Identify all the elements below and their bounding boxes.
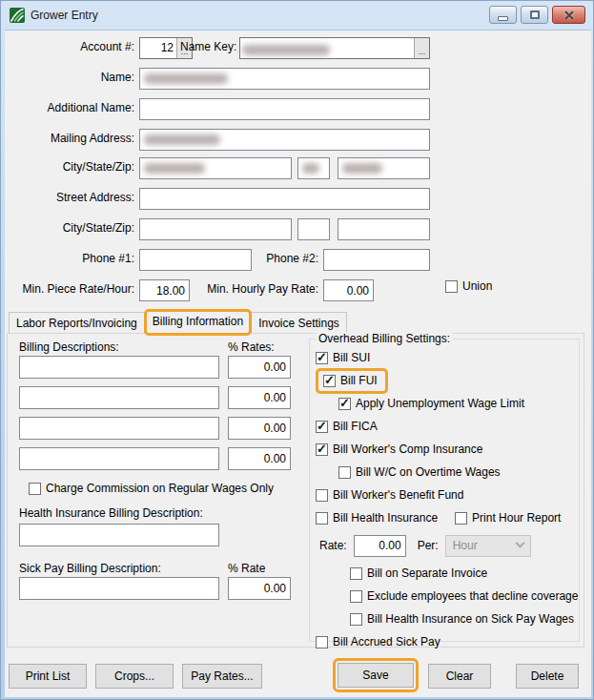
checkbox-bill-fica[interactable] <box>316 421 328 433</box>
checkbox-bill-health-insurance-on-sick-pay-wages[interactable] <box>350 613 362 626</box>
save-button[interactable]: Save <box>338 663 414 688</box>
account-number-value: 12 <box>140 38 176 58</box>
maximize-button[interactable] <box>521 6 548 24</box>
overhead-item-apply-unemployment-wage-limit: Apply Unemployment Wage Limit <box>338 397 578 410</box>
union-label[interactable]: Union <box>462 279 492 293</box>
bill-sui-label[interactable]: Bill SUI <box>333 351 370 364</box>
redacted-text <box>342 163 382 174</box>
min-piece-rate-field[interactable] <box>139 279 190 301</box>
checkbox-bill-on-separate-invoice[interactable] <box>350 567 362 580</box>
redacted-text <box>144 73 228 84</box>
health-insurance-rate-field[interactable] <box>354 535 406 557</box>
min-hourly-rate-field[interactable] <box>323 279 374 301</box>
phone1-label: Phone #1: <box>5 252 134 265</box>
tab-billing-information[interactable]: Billing Information <box>144 309 252 336</box>
bill-on-separate-invoice-label[interactable]: Bill on Separate Invoice <box>367 566 487 580</box>
bill-w-c-on-overtime-wages-label[interactable]: Bill W/C on Overtime Wages <box>356 465 501 479</box>
bill-health-insurance-on-sick-pay-wages-label[interactable]: Bill Health Insurance on Sick Pay Wages <box>367 612 574 626</box>
checkbox-bill-w-c-on-overtime-wages[interactable] <box>338 466 351 479</box>
street-address-label: Street Address: <box>5 191 134 204</box>
overhead-billing-settings-title: Overhead Billing Settings: <box>316 332 453 345</box>
maximize-icon <box>530 10 540 19</box>
per-dropdown[interactable]: Hour <box>445 535 531 557</box>
checkbox-bill-accrued-sick-pay[interactable] <box>316 636 328 649</box>
checkbox-bill-health-insurance[interactable] <box>316 512 328 525</box>
name-key-browse-button[interactable]: ... <box>414 38 429 58</box>
overhead-item-bill-accrued-sick-pay: Bill Accrued Sick Pay <box>316 635 578 649</box>
charge-commission-checkbox[interactable] <box>29 483 41 495</box>
checkbox-bill-sui[interactable] <box>316 352 328 364</box>
mailing-state-field[interactable] <box>297 157 330 179</box>
billing-information-panel: Billing Descriptions: % Rates: Charge Co… <box>7 333 584 648</box>
name-key-field[interactable]: ... <box>239 37 430 59</box>
clear-button[interactable]: Clear <box>428 664 491 689</box>
checkbox-bill-fui[interactable] <box>323 375 336 387</box>
minimize-button[interactable] <box>489 6 517 24</box>
additional-name-field[interactable] <box>139 98 430 120</box>
tab-labor-reports-invoicing[interactable]: Labor Reports/Invoicing <box>9 312 145 334</box>
billing-rate-input[interactable] <box>228 356 291 379</box>
pay-rates-button[interactable]: Pay Rates... <box>182 664 262 689</box>
checkbox-bill-worker-s-comp-insurance[interactable] <box>316 443 328 456</box>
overhead-item-bill-sui: Bill SUI <box>316 351 578 364</box>
billing-description-input[interactable] <box>19 356 219 379</box>
mailing-address-label: Mailing Address: <box>5 132 134 145</box>
rates-header: % Rates: <box>228 340 275 354</box>
exclude-employees-that-decline-coverage-label[interactable]: Exclude employees that decline coverage <box>367 589 578 603</box>
window-title: Grower Entry <box>31 9 98 22</box>
phone2-field[interactable] <box>323 249 430 271</box>
bill-fui-label[interactable]: Bill FUI <box>340 374 378 387</box>
delete-button[interactable]: Delete <box>516 664 579 689</box>
bill-worker-s-benefit-fund-label[interactable]: Bill Worker's Benefit Fund <box>333 488 463 502</box>
mailing-city-state-zip-label: City/State/Zip: <box>5 160 134 174</box>
billing-rate-input[interactable] <box>228 417 291 440</box>
sick-pay-description-field[interactable] <box>19 577 219 600</box>
billing-description-input[interactable] <box>19 417 219 440</box>
bill-fica-label[interactable]: Bill FICA <box>333 420 378 433</box>
sick-pay-rate-field[interactable] <box>228 577 291 600</box>
mailing-zip-field[interactable] <box>338 157 430 179</box>
phone1-field[interactable] <box>139 249 252 271</box>
billing-rate-input[interactable] <box>228 386 291 409</box>
mailing-city-field[interactable] <box>139 157 292 179</box>
overhead-item-bill-worker-s-benefit-fund: Bill Worker's Benefit Fund <box>316 488 578 502</box>
redacted-text <box>144 163 205 174</box>
billing-row <box>19 356 291 379</box>
tab-invoice-settings[interactable]: Invoice Settings <box>251 312 347 334</box>
print-list-button[interactable]: Print List <box>9 664 87 689</box>
apply-unemployment-wage-limit-label[interactable]: Apply Unemployment Wage Limit <box>356 397 524 410</box>
checkbox-bill-worker-s-benefit-fund[interactable] <box>316 489 328 502</box>
name-label: Name: <box>5 71 134 84</box>
phone2-label: Phone #2: <box>243 252 318 265</box>
billing-description-input[interactable] <box>19 447 219 470</box>
minimize-icon <box>498 16 508 21</box>
bill-worker-s-comp-insurance-label[interactable]: Bill Worker's Comp Insurance <box>333 443 482 456</box>
street-address-field[interactable] <box>139 188 430 210</box>
street-zip-field[interactable] <box>338 218 430 240</box>
mailing-address-field[interactable] <box>139 129 430 151</box>
per-dropdown-value: Hour <box>453 539 478 552</box>
crops-button[interactable]: Crops... <box>95 664 174 689</box>
billing-rate-input[interactable] <box>228 447 291 470</box>
name-field[interactable] <box>139 68 430 90</box>
bill-accrued-sick-pay-label[interactable]: Bill Accrued Sick Pay <box>333 635 440 649</box>
health-insurance-description-field[interactable] <box>19 524 219 546</box>
redacted-text <box>144 134 220 145</box>
checkbox-apply-unemployment-wage-limit[interactable] <box>338 398 351 410</box>
overhead-checkbox-list: Bill SUIBill FUIApply Unemployment Wage … <box>316 351 578 649</box>
close-icon <box>563 10 575 20</box>
min-piece-rate-label: Min. Piece Rate/Hour: <box>5 282 134 296</box>
rate-label: Rate: <box>319 539 347 552</box>
overhead-item-pair: Bill Health InsurancePrint Hour Report <box>316 511 578 525</box>
print-hour-report-label[interactable]: Print Hour Report <box>472 511 561 525</box>
charge-commission-label[interactable]: Charge Commission on Regular Wages Only <box>46 482 274 495</box>
bill-health-insurance-label[interactable]: Bill Health Insurance <box>333 511 438 525</box>
union-checkbox[interactable] <box>445 280 458 293</box>
street-state-field[interactable] <box>297 218 330 240</box>
checkbox-exclude-employees-that-decline-coverage[interactable] <box>350 590 362 603</box>
billing-description-input[interactable] <box>19 386 219 409</box>
checkbox-print-hour-report[interactable] <box>455 512 467 525</box>
street-city-field[interactable] <box>139 218 292 240</box>
close-button[interactable] <box>552 6 585 24</box>
app-icon <box>10 8 25 23</box>
